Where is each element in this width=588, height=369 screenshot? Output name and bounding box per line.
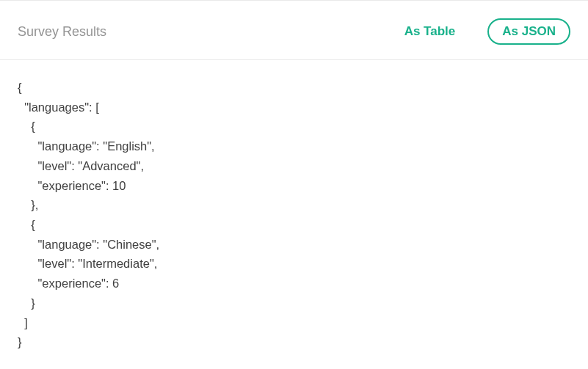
results-header: Survey Results As Table As JSON: [0, 1, 588, 60]
tab-as-json[interactable]: As JSON: [487, 18, 570, 45]
tab-as-table[interactable]: As Table: [390, 18, 471, 45]
results-content: { "languages": [ { "language": "English"…: [0, 60, 588, 369]
view-tabs: As Table As JSON: [390, 18, 570, 45]
page-title: Survey Results: [18, 24, 106, 40]
json-output: { "languages": [ { "language": "English"…: [18, 78, 570, 352]
